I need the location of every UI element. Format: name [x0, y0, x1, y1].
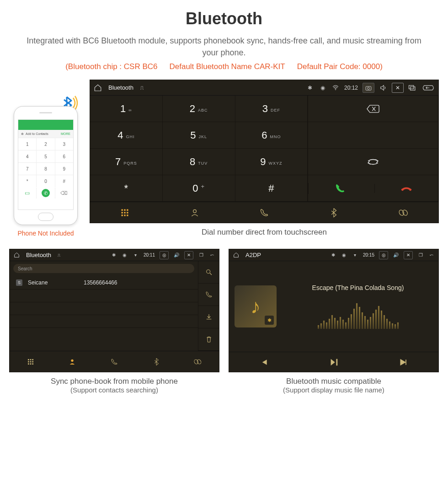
- dial-key-0[interactable]: 0+: [163, 175, 235, 202]
- close-icon[interactable]: ✕: [404, 251, 413, 259]
- phone-key: 4: [18, 150, 36, 162]
- nav-contacts-icon[interactable]: [160, 202, 229, 223]
- back-icon[interactable]: ⤺: [209, 252, 215, 258]
- phone-key: 1: [18, 138, 36, 150]
- spec-line: (Bluetooth chip : CSR BC6 Default Blueto…: [9, 62, 439, 71]
- dial-key-5[interactable]: 5JKL: [163, 122, 235, 149]
- nav-pair-icon[interactable]: [369, 202, 438, 223]
- clock: 20:12: [344, 85, 358, 91]
- bluetooth-icon: ✱: [330, 252, 336, 258]
- contact-row[interactable]: SSeicane13566664466: [10, 276, 198, 290]
- recent-apps-icon[interactable]: [408, 84, 416, 92]
- svg-rect-19: [30, 359, 31, 360]
- phonebook-caption: Sync phone-book from mobile phone: [9, 377, 219, 386]
- clock: 20:11: [144, 252, 155, 258]
- music-title-label: A2DP: [245, 252, 261, 258]
- volume-icon[interactable]: 🔊: [393, 252, 399, 258]
- dialer-topbar: Bluetooth ⎍ ✱ ◉ 20:12 ✕: [90, 80, 438, 96]
- side-call-icon[interactable]: [198, 284, 219, 306]
- phonebook-caption-sub: (Support contacts searching): [9, 386, 219, 394]
- music-topbar: A2DP ✱ ◉ ▾ 20:15 ◎ 🔊 ✕ ❐ ⤺: [229, 249, 438, 261]
- svg-rect-26: [32, 363, 33, 365]
- phone-mockup: ⊕Add to Contacts MORE 123456789*0# ▭ ✆ ⌫: [9, 106, 82, 237]
- usb-icon: ⎍: [138, 84, 146, 92]
- volume-icon[interactable]: [379, 84, 387, 92]
- svg-rect-23: [32, 361, 33, 362]
- svg-point-17: [206, 270, 210, 274]
- dial-key-1[interactable]: 1∞: [90, 96, 163, 122]
- dial-key-#[interactable]: #: [235, 175, 308, 202]
- svg-rect-6: [124, 209, 126, 210]
- side-delete-icon[interactable]: [198, 328, 219, 351]
- side-download-icon[interactable]: [198, 306, 219, 328]
- location-icon: ◉: [122, 252, 128, 258]
- dial-key-8[interactable]: 8TUV: [163, 149, 235, 175]
- next-track-icon[interactable]: [368, 352, 438, 372]
- phone-key: 7: [18, 163, 36, 175]
- phone-key: #: [55, 175, 73, 187]
- camera-icon[interactable]: ◎: [379, 251, 388, 259]
- headunit-dialer: Bluetooth ⎍ ✱ ◉ 20:12 ✕ 1∞2ABC3DEF4GHI5J…: [90, 80, 439, 223]
- hangup-button[interactable]: [374, 184, 438, 193]
- nav-bluetooth-icon[interactable]: [135, 351, 177, 372]
- volume-icon[interactable]: 🔊: [173, 252, 180, 258]
- recent-apps-icon[interactable]: ❐: [198, 252, 204, 258]
- side-search-icon[interactable]: [198, 261, 219, 284]
- close-icon[interactable]: ✕: [184, 251, 193, 259]
- spec-chip: (Bluetooth chip : CSR BC6: [65, 62, 157, 71]
- spec-name: Default Bluetooth Name CAR-KIT: [169, 62, 285, 71]
- phone-key: 9: [55, 163, 73, 175]
- svg-rect-8: [122, 212, 123, 213]
- nav-bluetooth-icon[interactable]: [299, 202, 368, 223]
- nav-keypad-icon[interactable]: [10, 351, 52, 372]
- phone-key: 2: [37, 138, 54, 150]
- dial-key-6[interactable]: 6MNO: [235, 122, 308, 149]
- phone-key: 0: [37, 175, 54, 187]
- clock: 20:15: [363, 252, 374, 258]
- nav-contacts-icon[interactable]: [52, 351, 94, 372]
- dial-key-7[interactable]: 7PQRS: [90, 149, 163, 175]
- nav-calls-icon[interactable]: [229, 202, 299, 223]
- usb-icon: ⎍: [56, 252, 62, 258]
- dial-key-4[interactable]: 4GHI: [90, 122, 163, 149]
- phone-add-contacts: ⊕Add to Contacts MORE: [18, 130, 73, 138]
- camera-icon[interactable]: [363, 83, 374, 93]
- visualizer: [283, 296, 433, 329]
- dial-key-9[interactable]: 9WXYZ: [235, 149, 308, 175]
- call-button[interactable]: [308, 183, 372, 194]
- music-caption-sub: (Support display music file name): [229, 386, 439, 394]
- close-icon[interactable]: ✕: [392, 83, 404, 93]
- backspace-button[interactable]: [308, 96, 438, 122]
- play-pause-icon[interactable]: [299, 352, 369, 372]
- nav-calls-icon[interactable]: [93, 351, 135, 372]
- nav-keypad-icon[interactable]: [90, 202, 160, 223]
- swap-button[interactable]: [308, 149, 438, 175]
- album-art: ♪ ✱: [235, 285, 277, 327]
- recent-apps-icon[interactable]: ❐: [417, 252, 424, 258]
- phonebook-topbar: Bluetooth ⎍ ✱ ◉ ▾ 20:11 ◎ 🔊 ✕ ❐ ⤺: [10, 249, 219, 261]
- phone-video-icon: ▭: [18, 188, 36, 199]
- svg-rect-21: [28, 361, 29, 362]
- headunit-phonebook: Bluetooth ⎍ ✱ ◉ ▾ 20:11 ◎ 🔊 ✕ ❐ ⤺ Search: [9, 249, 219, 372]
- location-icon: ◉: [341, 252, 347, 258]
- svg-rect-7: [127, 209, 128, 210]
- home-icon[interactable]: [94, 84, 102, 92]
- spec-code: Default Pair Code: 0000): [297, 62, 383, 71]
- home-icon[interactable]: [13, 252, 20, 258]
- wifi-icon: ▾: [133, 252, 139, 258]
- svg-point-0: [335, 89, 336, 90]
- dial-key-3[interactable]: 3DEF: [235, 96, 308, 122]
- nav-pair-icon[interactable]: [177, 351, 219, 372]
- prev-track-icon[interactable]: [229, 352, 299, 372]
- dial-key-2[interactable]: 2ABC: [163, 96, 235, 122]
- home-icon[interactable]: [233, 252, 239, 258]
- music-note-icon: ♪: [251, 295, 261, 318]
- svg-rect-5: [122, 209, 123, 210]
- back-icon[interactable]: [421, 84, 435, 92]
- svg-rect-13: [127, 215, 128, 216]
- dial-key-*[interactable]: *: [90, 175, 163, 202]
- back-icon[interactable]: ⤺: [428, 252, 435, 258]
- search-input[interactable]: Search: [13, 264, 194, 273]
- headunit-music: A2DP ✱ ◉ ▾ 20:15 ◎ 🔊 ✕ ❐ ⤺ ♪ ✱: [229, 249, 439, 372]
- camera-icon[interactable]: ◎: [160, 251, 169, 259]
